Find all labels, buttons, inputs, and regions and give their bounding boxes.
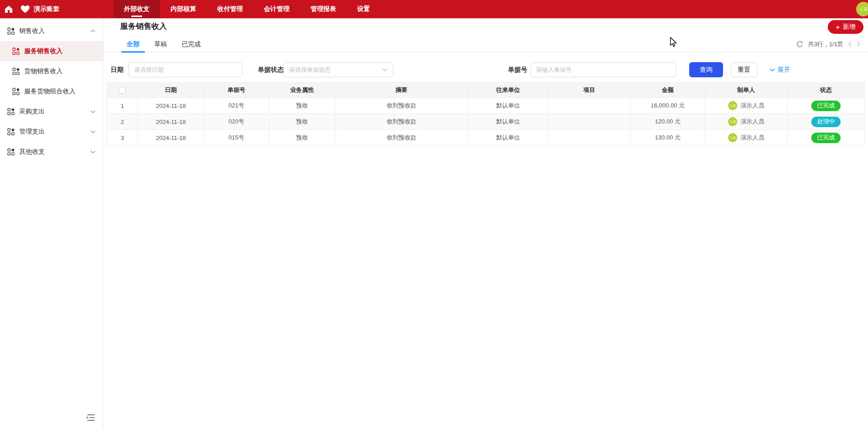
tab-label: 已完成 bbox=[182, 40, 201, 48]
creator-avatar: 人员 bbox=[728, 117, 737, 126]
tab-all[interactable]: 全部 bbox=[121, 38, 145, 53]
creator-avatar: 人员 bbox=[728, 133, 737, 142]
prev-page-button[interactable] bbox=[848, 41, 852, 48]
table-row[interactable]: 1 2024-11-18 021号 预收 收到预收款 默认单位 16,000.0… bbox=[107, 98, 865, 114]
nav-item-label: 设置 bbox=[357, 5, 370, 13]
nav-item-payments[interactable]: 收付管理 bbox=[207, 0, 253, 18]
col-header-project: 项目 bbox=[548, 83, 631, 98]
nav-item-label: 会计管理 bbox=[264, 5, 289, 13]
sidebar-group-purchase-expense[interactable]: 采购支出 bbox=[0, 102, 103, 122]
col-header-status: 状态 bbox=[788, 83, 865, 98]
table-row[interactable]: 2 2024-11-18 020号 预收 收到预收款 默认单位 120.00 元… bbox=[107, 114, 865, 130]
cell-counterparty: 默认单位 bbox=[468, 98, 548, 114]
status-select-placeholder: 请选择单据状态 bbox=[289, 66, 382, 74]
col-header-counterparty: 往来单位 bbox=[468, 83, 548, 98]
sidebar-group-sales-income[interactable]: 销售收入 bbox=[0, 21, 103, 41]
status-filter-select[interactable]: 请选择单据状态 bbox=[284, 62, 393, 77]
cell-biz-type: 预收 bbox=[269, 114, 335, 130]
sidebar-group-label: 采购支出 bbox=[19, 107, 45, 116]
favorite-heart-icon[interactable] bbox=[17, 0, 33, 18]
tab-label: 草稿 bbox=[154, 40, 167, 48]
search-button[interactable]: 查询 bbox=[689, 62, 723, 77]
top-navigation-bar: 演示账套 外部收支 内部核算 收付管理 会计管理 管理报表 设置 人员 bbox=[0, 0, 868, 18]
module-icon bbox=[12, 88, 20, 95]
chevron-down-icon bbox=[382, 68, 388, 72]
module-icon bbox=[7, 108, 15, 115]
cell-summary: 收到预收款 bbox=[335, 130, 468, 146]
add-button-label: 新增 bbox=[843, 23, 856, 31]
sidebar-item-service-sales-income[interactable]: 服务销售收入 bbox=[0, 41, 103, 61]
sidebar: 销售收入 服务销售收入 货物销售收入 bbox=[0, 18, 103, 429]
tab-label: 全部 bbox=[127, 40, 139, 48]
cell-doc-no: 021号 bbox=[204, 98, 269, 114]
cell-biz-type: 预收 bbox=[269, 130, 335, 146]
table-header-row: 日期 单据号 业务属性 摘要 往来单位 项目 金额 制单人 状态 bbox=[107, 83, 865, 98]
date-filter-input[interactable] bbox=[129, 62, 242, 77]
chevron-down-icon bbox=[90, 130, 96, 134]
home-icon bbox=[4, 5, 13, 14]
row-index: 1 bbox=[107, 98, 138, 114]
cell-amount: 16,000.00 元 bbox=[631, 98, 705, 114]
sidebar-group-label: 销售收入 bbox=[19, 27, 45, 35]
module-icon bbox=[7, 148, 15, 156]
sidebar-item-goods-sales-income[interactable]: 货物销售收入 bbox=[0, 61, 103, 81]
cell-counterparty: 默认单位 bbox=[468, 114, 548, 130]
next-page-button[interactable] bbox=[857, 41, 861, 48]
cell-doc-no: 020号 bbox=[204, 114, 269, 130]
cell-summary: 收到预收款 bbox=[335, 98, 468, 114]
user-avatar[interactable]: 人员 bbox=[856, 2, 868, 16]
expand-filters-link[interactable]: 展开 bbox=[770, 62, 790, 77]
creator-avatar: 人员 bbox=[728, 101, 737, 110]
nav-item-label: 外部收支 bbox=[124, 5, 150, 13]
col-header-creator: 制单人 bbox=[705, 83, 788, 98]
status-filter-label: 单据状态 bbox=[258, 62, 284, 77]
tab-draft[interactable]: 草稿 bbox=[149, 38, 172, 53]
select-all-checkbox[interactable] bbox=[119, 87, 126, 94]
row-index: 2 bbox=[107, 114, 138, 130]
refresh-button[interactable] bbox=[796, 41, 804, 48]
sidebar-group-management-expense[interactable]: 管理支出 bbox=[0, 122, 103, 142]
table-row[interactable]: 3 2024-11-18 015号 预收 收到预收款 默认单位 130.00 元… bbox=[107, 130, 865, 146]
main-content: 服务销售收入 + 新增 全部 草稿 已完成 共3行，1/1页 bbox=[103, 18, 868, 429]
tab-completed[interactable]: 已完成 bbox=[176, 38, 206, 53]
cell-creator: 演示人员 bbox=[740, 102, 764, 110]
page-title: 服务销售收入 bbox=[120, 21, 167, 32]
nav-item-internal-accounting[interactable]: 内部核算 bbox=[160, 0, 207, 18]
reset-button[interactable]: 重置 bbox=[731, 62, 757, 77]
sidebar-item-service-goods-combo-income[interactable]: 服务货物组合收入 bbox=[0, 81, 103, 102]
docno-filter-input[interactable] bbox=[530, 62, 676, 77]
nav-item-reports[interactable]: 管理报表 bbox=[300, 0, 347, 18]
sidebar-group-other-income-expense[interactable]: 其他收支 bbox=[0, 142, 103, 162]
nav-item-settings[interactable]: 设置 bbox=[347, 0, 380, 18]
col-header-date: 日期 bbox=[138, 83, 204, 98]
app-window: 演示账套 外部收支 内部核算 收付管理 会计管理 管理报表 设置 人员 销售收入 bbox=[0, 0, 868, 429]
nav-item-label: 内部核算 bbox=[171, 5, 196, 13]
status-badge: 处理中 bbox=[811, 117, 841, 127]
nav-item-bookkeeping[interactable]: 会计管理 bbox=[253, 0, 300, 18]
module-icon bbox=[7, 128, 15, 135]
nav-item-label: 收付管理 bbox=[217, 5, 243, 13]
cell-project bbox=[548, 130, 631, 146]
col-header-biz-type: 业务属性 bbox=[269, 83, 335, 98]
records-table: 日期 单据号 业务属性 摘要 往来单位 项目 金额 制单人 状态 1 2024- bbox=[107, 82, 865, 146]
cell-project bbox=[548, 98, 631, 114]
date-filter-label: 日期 bbox=[111, 62, 123, 77]
sidebar-collapse-button[interactable] bbox=[86, 413, 96, 424]
sidebar-group-label: 其他收支 bbox=[19, 148, 45, 156]
add-button[interactable]: + 新增 bbox=[828, 20, 863, 34]
chevron-down-icon bbox=[90, 110, 96, 113]
cell-counterparty: 默认单位 bbox=[468, 130, 548, 146]
home-button[interactable] bbox=[0, 0, 17, 18]
nav-item-external-income-expense[interactable]: 外部收支 bbox=[113, 0, 160, 18]
cell-summary: 收到预收款 bbox=[335, 114, 468, 130]
module-icon bbox=[12, 68, 20, 75]
account-set-name[interactable]: 演示账套 bbox=[34, 5, 59, 13]
module-icon bbox=[7, 27, 15, 35]
cell-date: 2024-11-18 bbox=[138, 98, 204, 114]
row-index: 3 bbox=[107, 130, 138, 146]
sidebar-item-label: 货物销售收入 bbox=[24, 67, 63, 75]
chevron-left-icon bbox=[848, 41, 852, 48]
col-header-doc-no: 单据号 bbox=[204, 83, 269, 98]
nav-item-label: 管理报表 bbox=[311, 5, 336, 13]
cell-date: 2024-11-18 bbox=[138, 130, 204, 146]
